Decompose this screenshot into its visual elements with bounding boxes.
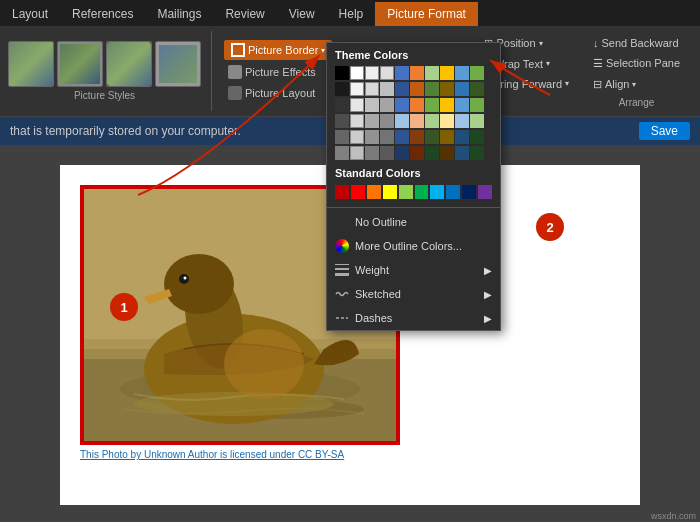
tab-review[interactable]: Review bbox=[213, 2, 276, 26]
std-color-cell[interactable] bbox=[351, 185, 365, 199]
theme-color-cell[interactable] bbox=[455, 98, 469, 112]
theme-color-cell[interactable] bbox=[440, 98, 454, 112]
theme-color-cell[interactable] bbox=[365, 146, 379, 160]
theme-color-cell[interactable] bbox=[380, 98, 394, 112]
theme-color-cell[interactable] bbox=[350, 82, 364, 96]
style-thumb-1[interactable] bbox=[8, 41, 54, 87]
theme-color-cell[interactable] bbox=[470, 82, 484, 96]
theme-color-cell[interactable] bbox=[425, 98, 439, 112]
theme-color-cell[interactable] bbox=[350, 114, 364, 128]
theme-color-cell[interactable] bbox=[425, 130, 439, 144]
theme-color-cell[interactable] bbox=[455, 82, 469, 96]
theme-color-cell[interactable] bbox=[470, 114, 484, 128]
theme-color-cell[interactable] bbox=[440, 146, 454, 160]
theme-color-cell[interactable] bbox=[410, 82, 424, 96]
theme-color-cell[interactable] bbox=[335, 98, 349, 112]
theme-color-cell[interactable] bbox=[335, 146, 349, 160]
theme-color-cell[interactable] bbox=[425, 114, 439, 128]
theme-color-row-1 bbox=[327, 65, 500, 81]
caption-link[interactable]: This Photo by Unknown Author is licensed… bbox=[80, 449, 344, 460]
style-thumb-3[interactable] bbox=[106, 41, 152, 87]
style-thumb-2[interactable] bbox=[57, 41, 103, 87]
theme-color-cell[interactable] bbox=[410, 114, 424, 128]
tab-layout[interactable]: Layout bbox=[0, 2, 60, 26]
theme-color-cell[interactable] bbox=[395, 66, 409, 80]
theme-color-cell[interactable] bbox=[395, 114, 409, 128]
std-color-cell[interactable] bbox=[478, 185, 492, 199]
align-button[interactable]: ⊟ Align ▾ bbox=[589, 76, 684, 93]
style-thumbnails bbox=[8, 41, 201, 87]
theme-color-cell[interactable] bbox=[455, 114, 469, 128]
theme-color-cell[interactable] bbox=[410, 146, 424, 160]
theme-color-cell[interactable] bbox=[440, 114, 454, 128]
theme-color-cell[interactable] bbox=[335, 66, 349, 80]
style-thumb-4[interactable] bbox=[155, 41, 201, 87]
picture-effects-button[interactable]: Picture Effects bbox=[224, 63, 320, 81]
tab-mailings[interactable]: Mailings bbox=[145, 2, 213, 26]
theme-color-cell[interactable] bbox=[350, 130, 364, 144]
theme-color-cell[interactable] bbox=[470, 66, 484, 80]
theme-color-cell[interactable] bbox=[335, 114, 349, 128]
std-color-cell[interactable] bbox=[446, 185, 460, 199]
std-color-cell[interactable] bbox=[415, 185, 429, 199]
theme-color-cell[interactable] bbox=[380, 130, 394, 144]
theme-color-cell[interactable] bbox=[380, 114, 394, 128]
save-button[interactable]: Save bbox=[639, 122, 690, 140]
theme-color-cell[interactable] bbox=[440, 66, 454, 80]
theme-color-cell[interactable] bbox=[425, 66, 439, 80]
no-outline-item[interactable]: No Outline bbox=[327, 210, 500, 234]
theme-color-cell[interactable] bbox=[440, 130, 454, 144]
theme-color-cell[interactable] bbox=[470, 98, 484, 112]
std-color-cell[interactable] bbox=[383, 185, 397, 199]
theme-color-cell[interactable] bbox=[365, 98, 379, 112]
theme-color-cell[interactable] bbox=[455, 146, 469, 160]
weight-item[interactable]: Weight ▶ bbox=[327, 258, 500, 282]
theme-color-cell[interactable] bbox=[425, 146, 439, 160]
theme-color-cell[interactable] bbox=[395, 130, 409, 144]
picture-layout-row: Picture Layout bbox=[224, 84, 332, 102]
picture-border-button[interactable]: Picture Border ▾ bbox=[224, 40, 332, 60]
theme-color-cell[interactable] bbox=[350, 146, 364, 160]
theme-color-cell[interactable] bbox=[365, 114, 379, 128]
theme-color-cell[interactable] bbox=[395, 98, 409, 112]
theme-color-cell[interactable] bbox=[410, 130, 424, 144]
std-color-cell[interactable] bbox=[430, 185, 444, 199]
theme-color-cell[interactable] bbox=[425, 82, 439, 96]
theme-color-cell[interactable] bbox=[395, 146, 409, 160]
send-backward-button[interactable]: ↓ Send Backward bbox=[589, 35, 684, 51]
std-color-cell[interactable] bbox=[367, 185, 381, 199]
theme-color-cell[interactable] bbox=[440, 82, 454, 96]
theme-color-cell[interactable] bbox=[380, 82, 394, 96]
theme-color-cell[interactable] bbox=[470, 130, 484, 144]
theme-color-cell[interactable] bbox=[380, 146, 394, 160]
picture-layout-button[interactable]: Picture Layout bbox=[224, 84, 319, 102]
theme-color-cell[interactable] bbox=[335, 130, 349, 144]
theme-color-cell[interactable] bbox=[350, 66, 364, 80]
theme-color-cell[interactable] bbox=[455, 66, 469, 80]
theme-color-cell[interactable] bbox=[470, 146, 484, 160]
tab-picture-format[interactable]: Picture Format bbox=[375, 2, 478, 26]
theme-color-cell[interactable] bbox=[395, 82, 409, 96]
std-color-cell[interactable] bbox=[399, 185, 413, 199]
sketched-item[interactable]: Sketched ▶ bbox=[327, 282, 500, 306]
theme-color-cell[interactable] bbox=[335, 82, 349, 96]
theme-color-cell[interactable] bbox=[365, 82, 379, 96]
dashes-icon bbox=[335, 311, 349, 325]
theme-color-cell[interactable] bbox=[350, 98, 364, 112]
std-color-cell[interactable] bbox=[462, 185, 476, 199]
theme-color-cell[interactable] bbox=[455, 130, 469, 144]
tab-help[interactable]: Help bbox=[327, 2, 376, 26]
weight-label: Weight bbox=[355, 264, 389, 276]
more-outline-colors-item[interactable]: More Outline Colors... bbox=[327, 234, 500, 258]
tab-view[interactable]: View bbox=[277, 2, 327, 26]
theme-color-cell[interactable] bbox=[410, 98, 424, 112]
selection-pane-button[interactable]: ☰ Selection Pane bbox=[589, 55, 684, 72]
theme-color-cell[interactable] bbox=[380, 66, 394, 80]
theme-color-cell[interactable] bbox=[365, 66, 379, 80]
tab-references[interactable]: References bbox=[60, 2, 145, 26]
align-icon: ⊟ bbox=[593, 78, 602, 91]
dashes-item[interactable]: Dashes ▶ bbox=[327, 306, 500, 330]
std-color-cell[interactable] bbox=[335, 185, 349, 199]
theme-color-cell[interactable] bbox=[410, 66, 424, 80]
theme-color-cell[interactable] bbox=[365, 130, 379, 144]
